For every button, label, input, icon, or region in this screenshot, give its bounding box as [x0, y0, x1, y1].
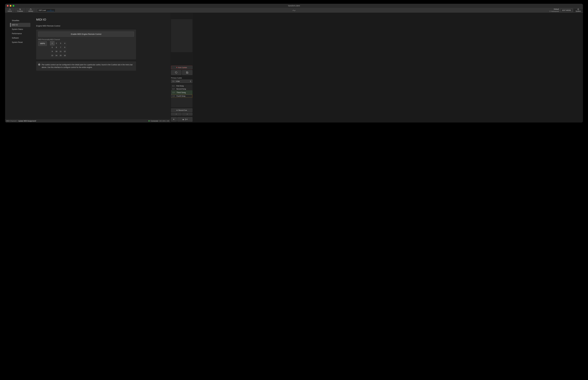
- midi-personality-button[interactable]: NRPN: [38, 41, 47, 46]
- personality-label: MIDI Personality: [38, 39, 50, 40]
- sidebar-item-showfiles[interactable]: Showfiles: [10, 19, 30, 23]
- sliders-icon: [19, 8, 21, 10]
- cue-name: First Song: [176, 85, 184, 87]
- status-ip: 192.168.2.100: [159, 120, 169, 122]
- cue-row[interactable]: Q 1First Song: [171, 84, 192, 87]
- svg-point-7: [578, 9, 578, 10]
- connection-dot-icon: [148, 120, 150, 121]
- sidebar-item-system-reset[interactable]: System Reset: [10, 40, 30, 44]
- midi-channel-8[interactable]: 8: [63, 45, 67, 49]
- preview-area: [171, 19, 193, 52]
- cue-name: Second Song: [176, 88, 186, 90]
- midi-channel-14[interactable]: 14: [54, 54, 58, 57]
- info-icon: i: [38, 64, 40, 66]
- midi-channel-11[interactable]: 11: [59, 49, 63, 53]
- cue-down-button[interactable]: [182, 113, 193, 115]
- status-update-link[interactable]: Update MIDI Assignment!: [18, 120, 36, 122]
- dsp-graph: [47, 9, 54, 11]
- auto-update-button[interactable]: Auto Update: [171, 66, 193, 69]
- minimize-window-button[interactable]: [10, 5, 11, 7]
- midi-channel-6[interactable]: 6: [54, 45, 58, 49]
- chevron-updown-icon: ▲▼: [190, 80, 191, 82]
- midi-channel-12[interactable]: 12: [63, 49, 67, 53]
- menu-cuelists[interactable]: Cuelists: [15, 8, 26, 13]
- autosave-status: Default Autosaved: [549, 8, 560, 12]
- sidebar-item-performance[interactable]: Performance: [10, 32, 30, 36]
- cue-id: Q 1: [172, 85, 176, 87]
- svg-point-5: [20, 10, 20, 10]
- status-midi-channel: MIDI Channel 1: [6, 120, 17, 122]
- gear-icon: [577, 8, 579, 10]
- record-dot-icon: [176, 67, 177, 68]
- save-button[interactable]: [182, 70, 193, 75]
- status-connected: Connected: [150, 120, 158, 122]
- right-panel: Auto Update Primary Cuelist QL 1 FOH ▲▼ …: [170, 13, 193, 123]
- midi-channel-4[interactable]: 4: [63, 41, 67, 45]
- cue-row[interactable]: Q 2Second Song: [171, 87, 192, 91]
- midi-channel-5[interactable]: 5: [50, 45, 54, 49]
- midi-channel-7[interactable]: 7: [59, 45, 63, 49]
- channel-label: MIDI Channel: [50, 39, 67, 40]
- statusbar: MIDI Channel 1 Update MIDI Assignment! C…: [5, 119, 170, 123]
- go-back-button[interactable]: [171, 117, 177, 122]
- cue-id: Q 3: [173, 92, 177, 93]
- page-title: MIDI IO: [36, 18, 165, 21]
- record-dot-icon: [177, 110, 178, 111]
- midi-channel-1[interactable]: 1: [50, 41, 54, 45]
- info-text: Per-cuelist control can be configured in…: [42, 63, 134, 69]
- sidebar-item-software[interactable]: Software: [10, 36, 30, 40]
- arrow-left-icon: [173, 118, 175, 120]
- midi-channel-9[interactable]: 9: [50, 49, 54, 53]
- undo-icon: [175, 71, 177, 74]
- primary-cuelist-label: Primary Cuelist: [171, 77, 193, 79]
- record-cue-button[interactable]: Record Cue: [171, 108, 193, 112]
- cue-name: Third Song: [177, 91, 186, 94]
- sidebar: ShowfilesMIDI IOSystem StatusPerformance…: [5, 13, 30, 119]
- main-content: MIDI IO Engine MIDI Remote Control Enabl…: [30, 13, 170, 119]
- menu-library[interactable]: Library: [26, 8, 36, 13]
- chevron-down-icon: [186, 114, 188, 115]
- midi-channel-16[interactable]: 16: [63, 54, 67, 57]
- sidebar-item-midi-io[interactable]: MIDI IO: [10, 23, 30, 27]
- midi-channel-3[interactable]: 3: [59, 41, 63, 45]
- svg-point-3: [20, 9, 20, 9]
- sidebar-item-system-status[interactable]: System Status: [10, 27, 30, 31]
- window-title: transform.client: [288, 5, 300, 7]
- cue-id: Q 4: [173, 95, 177, 97]
- cue-name: Fourth Song: [177, 95, 185, 97]
- midi-channel-15[interactable]: 15: [59, 54, 63, 57]
- file-icon: [549, 11, 551, 12]
- svg-rect-6: [30, 9, 31, 10]
- cue-id: Q 2: [172, 88, 176, 90]
- logo: [292, 8, 296, 13]
- cue-list: Q 1First SongQ 2Second SongQ 3Third Song…: [171, 84, 193, 107]
- midi-channel-grid: 12345678910111213141516: [50, 41, 67, 57]
- titlebar: transform.client: [5, 4, 583, 8]
- section-title: Engine MIDI Remote Control: [36, 25, 165, 27]
- svg-point-4: [20, 9, 20, 9]
- info-panel: i Per-cuelist control can be configured …: [36, 61, 136, 71]
- menu-home[interactable]: Home: [5, 8, 15, 13]
- fire-icon: [182, 118, 184, 120]
- primary-cuelist-select[interactable]: QL 1 FOH ▲▼: [171, 79, 193, 83]
- enable-midi-button[interactable]: Enable MIDI Engine Remote Control: [38, 32, 134, 37]
- midi-channel-2[interactable]: 2: [54, 41, 58, 45]
- cue-row[interactable]: Q 4Fourth Song: [171, 95, 192, 98]
- undo-button[interactable]: [171, 70, 181, 75]
- home-icon: [9, 8, 11, 10]
- menu-system[interactable]: System: [573, 8, 583, 12]
- app-logo-icon: [292, 9, 296, 12]
- edit-mode-button[interactable]: EDIT MODE: [560, 9, 572, 12]
- cue-row[interactable]: Q 3Third Song: [171, 91, 192, 95]
- briefcase-icon: [30, 8, 32, 10]
- maximize-window-button[interactable]: [13, 5, 14, 7]
- midi-channel-13[interactable]: 13: [50, 54, 54, 57]
- dsp-load-meter: DSP Load: [36, 8, 57, 13]
- save-icon: [186, 71, 188, 74]
- cue-up-button[interactable]: [171, 113, 182, 115]
- menubar: Home Cuelists Library DSP Load Default: [5, 8, 583, 13]
- chevron-up-icon: [175, 114, 177, 115]
- midi-channel-10[interactable]: 10: [54, 49, 58, 53]
- close-window-button[interactable]: [7, 5, 9, 7]
- go-button[interactable]: Q 4: [177, 117, 193, 122]
